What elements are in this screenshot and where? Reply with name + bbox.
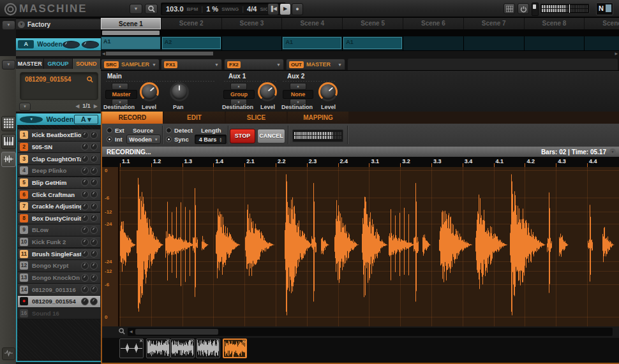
- chevron-down-icon[interactable]: ▼: [276, 62, 281, 67]
- scene-tab-6[interactable]: Scene 6: [403, 18, 463, 29]
- keyboard-view-button[interactable]: [1, 134, 16, 149]
- close-icon[interactable]: ✕: [242, 339, 246, 344]
- sound-row-14[interactable]: 14081209_001316: [18, 284, 100, 296]
- page-prev-icon[interactable]: ◀: [75, 103, 79, 109]
- sound-row-12[interactable]: 12Bongo Krypt: [18, 260, 100, 272]
- group-row-wooden[interactable]: A Wooden: [16, 38, 101, 50]
- sound-row-13[interactable]: 13Bongo KnockOn: [18, 272, 100, 284]
- ni-logo[interactable]: N: [596, 3, 613, 15]
- channel-tab-sound[interactable]: SOUND: [73, 59, 101, 69]
- channel-tab-group[interactable]: GROUP: [44, 59, 72, 69]
- chevron-down-icon[interactable]: ▼: [152, 62, 156, 67]
- pattern-cell-scene-8[interactable]: [525, 36, 585, 50]
- audio-engine-power-icon[interactable]: [518, 3, 529, 14]
- bpm-value[interactable]: 103.0: [166, 5, 184, 13]
- source-radio-int[interactable]: [107, 136, 112, 142]
- waveform-scrollbar[interactable]: ◀: [128, 328, 613, 336]
- sound-pan-knob-icon[interactable]: [81, 262, 89, 270]
- sound-row-4[interactable]: 4Beep Plinko: [18, 165, 100, 177]
- source-radio-ext[interactable]: [107, 127, 112, 133]
- sound-row-1[interactable]: 1Kick BeatboxEliot 1: [18, 129, 100, 142]
- mode-radio-detect[interactable]: [166, 127, 172, 133]
- channel-tab-master[interactable]: MASTER: [16, 59, 44, 69]
- radio-label-sync[interactable]: Sync: [174, 136, 189, 143]
- sound-row-11[interactable]: 11Brush SingleFast: [18, 249, 100, 261]
- quick-browse-icon[interactable]: [86, 76, 94, 84]
- editor-tab-record[interactable]: RECORD: [102, 112, 163, 124]
- restart-button[interactable]: ▐◀: [267, 3, 279, 15]
- plugin-slot-fx2[interactable]: FX2 ▼: [224, 59, 284, 70]
- recording-thumbnail-4[interactable]: ✕: [196, 339, 220, 358]
- length-stepper[interactable]: 4 Bars▲▼: [195, 135, 227, 144]
- sound-name-box[interactable]: 081209_001554: [20, 72, 98, 100]
- master-volume-fader[interactable]: [532, 3, 539, 16]
- scene-tab-3[interactable]: Scene 3: [222, 18, 282, 29]
- sound-pan-knob-icon[interactable]: [81, 274, 89, 282]
- pattern-cell-scene-6[interactable]: [403, 36, 464, 50]
- sound-level-knob-icon[interactable]: [90, 203, 98, 210]
- editor-tab-edit[interactable]: EDIT: [164, 112, 225, 124]
- editor-tab-slice[interactable]: SLICE: [226, 112, 287, 124]
- aux1-destination-value[interactable]: Group: [223, 90, 255, 99]
- sound-pan-knob-icon[interactable]: [81, 214, 89, 222]
- swing-value[interactable]: 1 %: [206, 5, 218, 13]
- timeline-ruler[interactable]: 1.11.21.31.42.12.22.32.43.13.23.33.44.14…: [102, 157, 619, 167]
- recording-thumbnail-1[interactable]: ✕: [119, 339, 144, 358]
- sound-row-6[interactable]: 6Click Craftman: [18, 189, 100, 201]
- aux2-destination-value[interactable]: None: [283, 90, 313, 99]
- time-signature-value[interactable]: 4/4: [247, 5, 257, 13]
- zoom-icon[interactable]: [118, 328, 126, 335]
- aux1-level-knob[interactable]: [258, 82, 277, 101]
- play-button[interactable]: ▶: [280, 3, 291, 15]
- sound-row-15[interactable]: 081209_001554: [18, 296, 100, 308]
- waveform-scroll-thumb[interactable]: [135, 329, 218, 335]
- control-collapse-button[interactable]: ▼: [2, 60, 15, 69]
- main-dest-up-button[interactable]: ▲: [112, 83, 128, 90]
- plugin-slot-fx1[interactable]: FX1 ▼: [161, 59, 222, 70]
- sound-pan-knob-icon[interactable]: [81, 191, 89, 198]
- sound-pan-knob-icon[interactable]: [81, 131, 89, 139]
- sound-row-16[interactable]: 16Sound 16: [18, 308, 100, 320]
- sound-row-3[interactable]: 3Clap CaughtOnTape: [18, 153, 100, 165]
- main-destination-value[interactable]: Master: [105, 90, 137, 99]
- chevron-down-icon[interactable]: ▼: [338, 62, 342, 67]
- pattern-clip-a1-scene-4[interactable]: A1: [283, 37, 341, 49]
- scroll-left-icon[interactable]: ◀: [130, 330, 133, 334]
- pad-view-button[interactable]: [1, 116, 16, 131]
- sound-pan-knob-icon[interactable]: [81, 250, 89, 258]
- group-bank-selector[interactable]: A ▾: [74, 115, 98, 124]
- arranger-scrollbar[interactable]: ◀ ▶: [101, 50, 619, 57]
- radio-label-ext[interactable]: Ext: [115, 127, 124, 134]
- sound-list-group-header[interactable]: ▼ Wooden A ▾: [17, 113, 101, 125]
- recording-thumbnail-5[interactable]: ✕: [223, 339, 247, 358]
- sound-row-10[interactable]: 10Kick Funk 2: [18, 237, 100, 249]
- stepper-arrows-icon[interactable]: ▲▼: [219, 137, 222, 142]
- sound-pan-knob-icon[interactable]: [81, 286, 89, 293]
- hardware-connect-icon[interactable]: [503, 3, 515, 14]
- pattern-clip-a1-scene-1[interactable]: A1: [101, 37, 160, 49]
- pattern-cell-scene-3[interactable]: [222, 36, 283, 50]
- meter-position-tick[interactable]: [569, 4, 570, 13]
- sound-level-knob-icon[interactable]: [90, 155, 98, 163]
- arranger-collapse-button[interactable]: ▼: [2, 20, 15, 30]
- sound-level-knob-icon[interactable]: [90, 131, 98, 139]
- sound-row-2[interactable]: 2505-SN: [18, 142, 100, 154]
- close-icon[interactable]: ✕: [139, 339, 143, 344]
- pattern-cell-scene-7[interactable]: [464, 36, 525, 50]
- scene-tab-5[interactable]: Scene 5: [343, 18, 403, 29]
- mode-radio-sync[interactable]: [166, 136, 172, 142]
- pattern-clip-a2-scene-2[interactable]: A2: [162, 37, 221, 49]
- close-icon[interactable]: ✕: [166, 339, 170, 344]
- sound-level-knob-icon[interactable]: [90, 286, 98, 293]
- plugin-slot-src[interactable]: SRC SAMPLER ▼: [101, 59, 160, 70]
- sound-pan-knob-icon[interactable]: [81, 238, 89, 246]
- plugin-slot-empty[interactable]: [348, 59, 618, 70]
- radio-label-detect[interactable]: Detect: [174, 127, 193, 134]
- sound-pan-knob-icon[interactable]: [81, 178, 89, 186]
- group-level-knob-icon[interactable]: [82, 41, 99, 48]
- source-select[interactable]: Wooden▼: [126, 135, 161, 144]
- search-icon[interactable]: [145, 4, 158, 14]
- group-bank-header[interactable]: ▼ Factory: [16, 19, 101, 29]
- stop-button[interactable]: STOP: [230, 129, 255, 143]
- chevron-down-icon[interactable]: ▼: [18, 21, 25, 28]
